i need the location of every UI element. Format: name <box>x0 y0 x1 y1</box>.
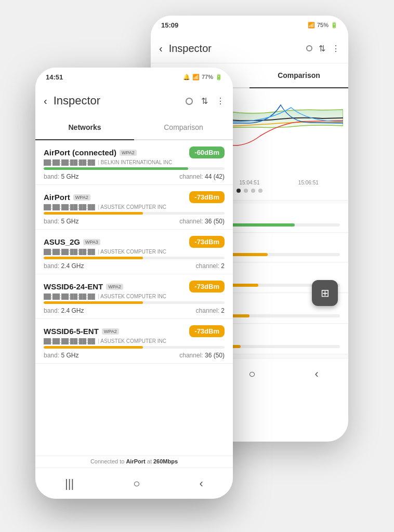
phone-front: 14:51 🔔 📶 77% 🔋 ‹ Inspector ⇅ ⋮ Networks… <box>35 68 233 499</box>
wifi-icon-front: 📶 <box>192 74 200 81</box>
signal-fill <box>44 257 143 259</box>
battery-text: 75% <box>317 22 329 28</box>
signal-bar <box>44 167 225 170</box>
battery-icon: 🔋 <box>331 22 338 29</box>
network-name: WSSID6-5-ENT <box>44 327 99 336</box>
grid-icon: ⊞ <box>321 287 330 299</box>
signal-bar <box>44 257 225 259</box>
home-button-front[interactable]: ○ <box>133 477 140 490</box>
status-icons-back: 📶 75% 🔋 <box>308 22 338 29</box>
signal-fill <box>44 301 143 304</box>
status-icons-front: 🔔 📶 77% 🔋 <box>183 74 222 81</box>
signal-value: -60dBm <box>189 147 225 158</box>
app-bar-back: ‹ Inspector ⇅ ⋮ <box>151 34 348 63</box>
time-front: 14:51 <box>46 73 63 81</box>
more-icon-front[interactable]: ⋮ <box>216 96 225 106</box>
band-channel-row: band: 5 GHz channel: 36 (50) <box>44 352 225 359</box>
network-list-front: AirPort (connected) WPA2 -60dBm ██:██:██… <box>35 140 233 456</box>
mac-address: ██:██:██:██:██:██ | BELKIN INTERNATIONAL… <box>44 159 225 165</box>
record-icon-back[interactable] <box>306 44 312 54</box>
security-badge: WPA2 <box>102 328 119 335</box>
signal-bar <box>44 212 225 215</box>
mac-address: ██:██:██:██:██:██ | ASUSTEK COMPUTER INC <box>44 249 225 255</box>
signal-fill <box>44 212 143 215</box>
signal-fill <box>44 346 143 349</box>
network-name: ASUS_2G <box>44 237 80 246</box>
network-name: AirPort <box>44 193 70 202</box>
wifi-icon: 📶 <box>308 22 315 29</box>
signal-bar <box>44 301 225 304</box>
network-name: AirPort (connected) <box>44 148 116 157</box>
bottom-nav-front: ||| ○ ‹ <box>35 468 233 499</box>
signal-value: -73dBm <box>189 325 225 337</box>
chart-dot-1[interactable] <box>237 189 241 193</box>
band-channel-row: band: 2.4 GHz channel: 2 <box>44 307 225 314</box>
signal-value: -73dBm <box>189 191 225 203</box>
mac-address: ██:██:██:██:██:██ | ASUSTEK COMPUTER INC <box>44 338 225 344</box>
app-title-back: Inspector <box>169 43 300 55</box>
back-nav-button-front[interactable]: ‹ <box>200 477 203 490</box>
filter-icon-front[interactable]: ⇅ <box>201 96 208 106</box>
tabs-front: Networks Comparison <box>35 115 233 140</box>
home-button-back[interactable]: ○ <box>248 367 255 381</box>
back-button-front[interactable]: ‹ <box>44 95 47 107</box>
status-bar-front: 14:51 🔔 📶 77% 🔋 <box>35 68 233 86</box>
connected-ssid: AirPort <box>126 458 145 464</box>
filter-icon-back[interactable]: ⇅ <box>319 44 325 54</box>
app-title-front: Inspector <box>54 94 177 108</box>
recent-apps-button-front[interactable]: ||| <box>65 477 74 490</box>
signal-bar <box>44 346 225 349</box>
security-badge: WPA2 <box>120 150 137 156</box>
chart-dot-3[interactable] <box>251 189 255 193</box>
signal-value: -73dBm <box>189 236 225 248</box>
battery-pct-front: 77% <box>202 74 213 80</box>
app-bar-front: ‹ Inspector ⇅ ⋮ <box>35 86 233 115</box>
notification-icon: 🔔 <box>183 74 190 81</box>
connection-status-footer: Connected to AirPort at 260Mbps <box>35 456 233 468</box>
security-badge: WPA2 <box>73 194 90 201</box>
signal-fill <box>44 167 188 170</box>
time-back: 15:09 <box>161 21 178 29</box>
security-badge: WPA2 <box>106 284 123 290</box>
mac-address: ██:██:██:██:██:██ | ASUSTEK COMPUTER INC <box>44 204 225 210</box>
back-nav-button-back[interactable]: ‹ <box>315 367 319 381</box>
tab-comparison-front[interactable]: Comparison <box>134 115 233 139</box>
band-channel-row: band: 2.4 GHz channel: 2 <box>44 262 225 270</box>
list-item[interactable]: WSSID6-5-ENT WPA2 -73dBm ██:██:██:██:██:… <box>35 319 233 364</box>
battery-icon-front: 🔋 <box>215 74 222 81</box>
list-item[interactable]: ASUS_2G WPA3 -73dBm ██:██:██:██:██:██ | … <box>35 230 233 274</box>
network-name: WSSID6-24-ENT <box>44 282 103 291</box>
list-item[interactable]: WSSID6-24-ENT WPA2 -73dBm ██:██:██:██:██… <box>35 274 233 319</box>
fab-button[interactable]: ⊞ <box>312 280 338 306</box>
security-badge: WPA3 <box>83 239 100 245</box>
record-icon-front[interactable] <box>186 96 193 105</box>
status-bar-back: 15:09 📶 75% 🔋 <box>151 16 348 34</box>
mac-address: ██:██:██:██:██:██ | ASUSTEK COMPUTER INC <box>44 294 225 299</box>
list-item[interactable]: AirPort WPA2 -73dBm ██:██:██:██:██:██ | … <box>35 185 233 230</box>
band-channel-row: band: 5 GHz channel: 44 (42) <box>44 173 225 180</box>
back-button-back[interactable]: ‹ <box>159 43 163 55</box>
tab-networks-front[interactable]: Networks <box>35 115 134 139</box>
more-icon-back[interactable]: ⋮ <box>332 44 340 54</box>
chart-dot-2[interactable] <box>244 189 248 193</box>
chart-dot-4[interactable] <box>258 189 262 193</box>
connected-speed: 260Mbps <box>153 458 178 464</box>
tab-comparison-back[interactable]: Comparison <box>249 63 348 87</box>
list-item[interactable]: AirPort (connected) WPA2 -60dBm ██:██:██… <box>35 140 233 185</box>
signal-value: -73dBm <box>189 281 225 292</box>
band-channel-row: band: 5 GHz channel: 36 (50) <box>44 218 225 225</box>
